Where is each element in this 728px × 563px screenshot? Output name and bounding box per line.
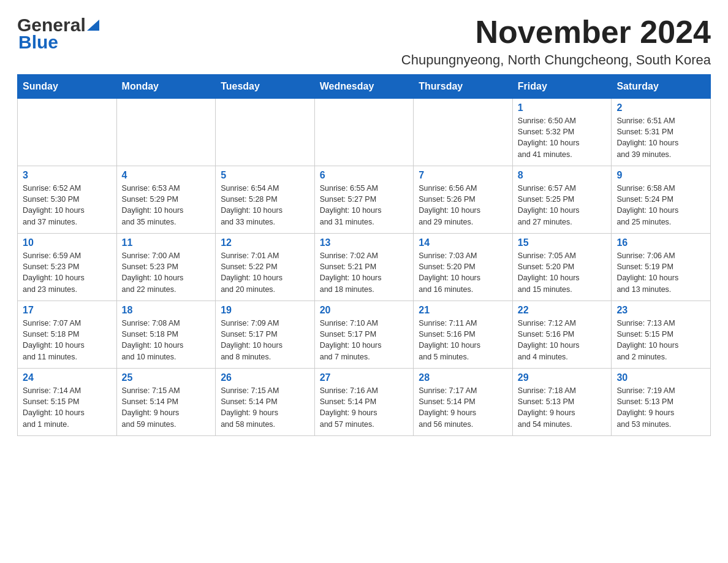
day-number: 29: [518, 372, 607, 383]
day-info: Sunrise: 6:55 AM Sunset: 5:27 PM Dayligh…: [320, 183, 409, 228]
calendar-cell: 28Sunrise: 7:17 AM Sunset: 5:14 PM Dayli…: [414, 369, 513, 436]
day-number: 21: [419, 305, 507, 316]
calendar-cell: 9Sunrise: 6:58 AM Sunset: 5:24 PM Daylig…: [612, 166, 711, 234]
day-info: Sunrise: 6:59 AM Sunset: 5:23 PM Dayligh…: [23, 250, 112, 295]
day-number: 13: [320, 237, 409, 248]
week-row-5: 24Sunrise: 7:14 AM Sunset: 5:15 PM Dayli…: [18, 369, 711, 436]
day-info: Sunrise: 7:12 AM Sunset: 5:16 PM Dayligh…: [518, 318, 607, 362]
day-info: Sunrise: 7:07 AM Sunset: 5:18 PM Dayligh…: [23, 318, 112, 362]
location-subtitle: Chupungnyeong, North Chungcheong, South …: [401, 52, 711, 68]
calendar-cell: 10Sunrise: 6:59 AM Sunset: 5:23 PM Dayli…: [18, 234, 117, 301]
week-row-1: 1Sunrise: 6:50 AM Sunset: 5:32 PM Daylig…: [18, 99, 711, 166]
calendar-cell: 5Sunrise: 6:54 AM Sunset: 5:28 PM Daylig…: [216, 166, 315, 234]
calendar-cell: [414, 99, 513, 166]
calendar-cell: [314, 99, 414, 166]
day-info: Sunrise: 7:11 AM Sunset: 5:16 PM Dayligh…: [419, 318, 507, 362]
calendar-cell: 13Sunrise: 7:02 AM Sunset: 5:21 PM Dayli…: [314, 234, 414, 301]
day-number: 27: [320, 372, 409, 383]
calendar-cell: 17Sunrise: 7:07 AM Sunset: 5:18 PM Dayli…: [18, 301, 117, 369]
day-info: Sunrise: 7:16 AM Sunset: 5:14 PM Dayligh…: [320, 385, 409, 430]
day-info: Sunrise: 7:05 AM Sunset: 5:20 PM Dayligh…: [518, 250, 607, 295]
header-saturday: Saturday: [612, 75, 711, 99]
day-info: Sunrise: 6:53 AM Sunset: 5:29 PM Dayligh…: [122, 183, 211, 228]
calendar-cell: 25Sunrise: 7:15 AM Sunset: 5:14 PM Dayli…: [116, 369, 216, 436]
week-row-3: 10Sunrise: 6:59 AM Sunset: 5:23 PM Dayli…: [18, 234, 711, 301]
day-number: 1: [518, 102, 607, 113]
day-number: 5: [221, 170, 309, 181]
day-info: Sunrise: 6:52 AM Sunset: 5:30 PM Dayligh…: [23, 183, 112, 228]
week-row-4: 17Sunrise: 7:07 AM Sunset: 5:18 PM Dayli…: [18, 301, 711, 369]
calendar-cell: 20Sunrise: 7:10 AM Sunset: 5:17 PM Dayli…: [314, 301, 414, 369]
day-number: 23: [616, 305, 705, 316]
day-info: Sunrise: 6:56 AM Sunset: 5:26 PM Dayligh…: [419, 183, 507, 228]
calendar-cell: 4Sunrise: 6:53 AM Sunset: 5:29 PM Daylig…: [116, 166, 216, 234]
calendar-cell: 14Sunrise: 7:03 AM Sunset: 5:20 PM Dayli…: [414, 234, 513, 301]
day-number: 2: [616, 102, 705, 113]
calendar-cell: 12Sunrise: 7:01 AM Sunset: 5:22 PM Dayli…: [216, 234, 315, 301]
day-info: Sunrise: 7:00 AM Sunset: 5:23 PM Dayligh…: [122, 250, 211, 295]
day-info: Sunrise: 7:17 AM Sunset: 5:14 PM Dayligh…: [419, 385, 507, 430]
calendar-cell: 11Sunrise: 7:00 AM Sunset: 5:23 PM Dayli…: [116, 234, 216, 301]
day-info: Sunrise: 7:19 AM Sunset: 5:13 PM Dayligh…: [616, 385, 705, 430]
header-sunday: Sunday: [18, 75, 117, 99]
day-number: 24: [23, 372, 112, 383]
day-number: 9: [616, 170, 705, 181]
day-number: 18: [122, 305, 211, 316]
page-header: General Blue November 2024 Chupungnyeong…: [17, 15, 711, 68]
day-info: Sunrise: 7:06 AM Sunset: 5:19 PM Dayligh…: [616, 250, 705, 295]
day-number: 6: [320, 170, 409, 181]
day-info: Sunrise: 7:14 AM Sunset: 5:15 PM Dayligh…: [23, 385, 112, 430]
week-row-2: 3Sunrise: 6:52 AM Sunset: 5:30 PM Daylig…: [18, 166, 711, 234]
day-number: 26: [221, 372, 309, 383]
day-info: Sunrise: 7:08 AM Sunset: 5:18 PM Dayligh…: [122, 318, 211, 362]
calendar-table: Sunday Monday Tuesday Wednesday Thursday…: [17, 74, 711, 436]
day-info: Sunrise: 6:51 AM Sunset: 5:31 PM Dayligh…: [616, 115, 705, 160]
header-thursday: Thursday: [414, 75, 513, 99]
header-tuesday: Tuesday: [216, 75, 315, 99]
day-number: 28: [419, 372, 507, 383]
calendar-cell: 24Sunrise: 7:14 AM Sunset: 5:15 PM Dayli…: [18, 369, 117, 436]
day-info: Sunrise: 7:13 AM Sunset: 5:15 PM Dayligh…: [616, 318, 705, 362]
month-year-title: November 2024: [401, 15, 711, 50]
header-wednesday: Wednesday: [314, 75, 414, 99]
day-info: Sunrise: 6:58 AM Sunset: 5:24 PM Dayligh…: [616, 183, 705, 228]
calendar-cell: 26Sunrise: 7:15 AM Sunset: 5:14 PM Dayli…: [216, 369, 315, 436]
day-info: Sunrise: 6:50 AM Sunset: 5:32 PM Dayligh…: [518, 115, 607, 160]
header-friday: Friday: [512, 75, 612, 99]
day-info: Sunrise: 6:54 AM Sunset: 5:28 PM Dayligh…: [221, 183, 309, 228]
day-number: 14: [419, 237, 507, 248]
day-number: 17: [23, 305, 112, 316]
day-info: Sunrise: 7:15 AM Sunset: 5:14 PM Dayligh…: [221, 385, 309, 430]
day-number: 12: [221, 237, 309, 248]
day-info: Sunrise: 7:10 AM Sunset: 5:17 PM Dayligh…: [320, 318, 409, 362]
calendar-cell: 2Sunrise: 6:51 AM Sunset: 5:31 PM Daylig…: [612, 99, 711, 166]
calendar-cell: 6Sunrise: 6:55 AM Sunset: 5:27 PM Daylig…: [314, 166, 414, 234]
title-area: November 2024 Chupungnyeong, North Chung…: [401, 15, 711, 68]
weekday-header-row: Sunday Monday Tuesday Wednesday Thursday…: [18, 75, 711, 99]
day-number: 22: [518, 305, 607, 316]
day-number: 16: [616, 237, 705, 248]
calendar-cell: 1Sunrise: 6:50 AM Sunset: 5:32 PM Daylig…: [512, 99, 612, 166]
calendar-cell: [216, 99, 315, 166]
day-info: Sunrise: 7:03 AM Sunset: 5:20 PM Dayligh…: [419, 250, 507, 295]
day-info: Sunrise: 6:57 AM Sunset: 5:25 PM Dayligh…: [518, 183, 607, 228]
day-info: Sunrise: 7:01 AM Sunset: 5:22 PM Dayligh…: [221, 250, 309, 295]
calendar-cell: 27Sunrise: 7:16 AM Sunset: 5:14 PM Dayli…: [314, 369, 414, 436]
header-monday: Monday: [116, 75, 216, 99]
logo-blue: Blue: [17, 32, 58, 53]
day-number: 4: [122, 170, 211, 181]
logo: General Blue: [17, 15, 99, 53]
day-number: 11: [122, 237, 211, 248]
day-number: 7: [419, 170, 507, 181]
day-info: Sunrise: 7:02 AM Sunset: 5:21 PM Dayligh…: [320, 250, 409, 295]
calendar-cell: 21Sunrise: 7:11 AM Sunset: 5:16 PM Dayli…: [414, 301, 513, 369]
day-info: Sunrise: 7:15 AM Sunset: 5:14 PM Dayligh…: [122, 385, 211, 430]
day-number: 30: [616, 372, 705, 383]
calendar-cell: 22Sunrise: 7:12 AM Sunset: 5:16 PM Dayli…: [512, 301, 612, 369]
day-info: Sunrise: 7:09 AM Sunset: 5:17 PM Dayligh…: [221, 318, 309, 362]
calendar-cell: 18Sunrise: 7:08 AM Sunset: 5:18 PM Dayli…: [116, 301, 216, 369]
day-number: 25: [122, 372, 211, 383]
day-number: 8: [518, 170, 607, 181]
svg-marker-0: [87, 20, 99, 31]
calendar-cell: 30Sunrise: 7:19 AM Sunset: 5:13 PM Dayli…: [612, 369, 711, 436]
